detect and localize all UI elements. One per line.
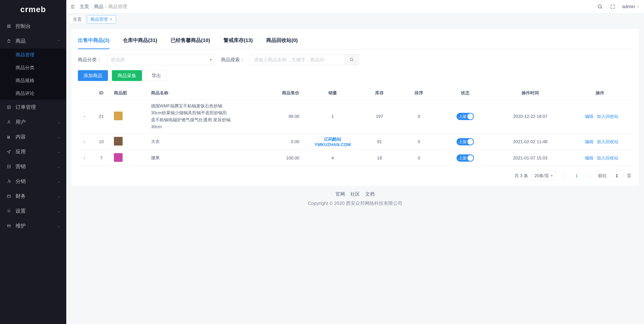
cell-sales: 4 — [306, 150, 358, 166]
svg-point-5 — [8, 121, 10, 122]
nav-item-财务[interactable]: 财务⌄ — [0, 189, 66, 204]
tag-主页[interactable]: 主页 — [70, 15, 85, 23]
brand-logo[interactable]: crmeb — [0, 0, 66, 19]
watermark: 亿码酷站 YMKUZHAN.COM — [314, 137, 351, 147]
status-switch[interactable]: 上架 — [456, 155, 474, 162]
footer-link[interactable]: 社区 — [350, 191, 360, 197]
search-button[interactable] — [345, 54, 358, 65]
status-switch[interactable]: 上架 — [456, 138, 474, 145]
cell-sort: 0 — [400, 100, 438, 134]
cell-sales: 亿码酷站 YMKUZHAN.COM — [306, 133, 358, 150]
product-card: 出售中商品(3)仓库中商品(31)已经售馨商品(10)警戒库存(13)商品回收站… — [71, 29, 639, 186]
nav-item-营销[interactable]: 营销⌄ — [0, 159, 66, 174]
product-thumb[interactable] — [114, 137, 122, 146]
cell-id: 21 — [91, 100, 112, 134]
stat-icon — [6, 164, 11, 169]
content-tab[interactable]: 出售中商品(3) — [78, 35, 110, 49]
content-tab[interactable]: 商品回收站(0) — [266, 35, 298, 49]
export-button[interactable]: 导出 — [146, 70, 166, 81]
page-number-current[interactable]: 1 — [572, 171, 581, 180]
nav-item-订单管理[interactable]: 订单管理 — [0, 100, 66, 115]
content-tab[interactable]: 已经售馨商品(10) — [170, 35, 210, 49]
user-icon — [6, 120, 11, 124]
user-name: admin — [622, 4, 635, 9]
nav-sub-商品规格[interactable]: 商品规格 — [0, 74, 66, 87]
col-image: 商品图 — [112, 86, 149, 100]
nav-item-设置[interactable]: 设置⌄ — [0, 204, 66, 218]
col-actions: 操作 — [568, 86, 632, 100]
search-icon — [349, 57, 354, 62]
product-thumb[interactable] — [114, 112, 122, 120]
svg-rect-7 — [9, 136, 10, 138]
goto-label: 前往 — [598, 173, 607, 179]
filter-category-label: 商品分类： — [78, 57, 102, 63]
expand-row-button[interactable]: › — [78, 133, 91, 150]
collapse-sidebar-button[interactable] — [68, 2, 77, 11]
crumb-home[interactable]: 主页 — [80, 3, 89, 10]
nav-item-用户[interactable]: 用户⌄ — [0, 115, 66, 130]
wallet-icon — [6, 194, 11, 198]
page-next-button[interactable]: › — [585, 171, 594, 180]
nav-item-控制台[interactable]: 控制台 — [0, 19, 66, 34]
product-thumb[interactable] — [114, 153, 122, 162]
nav-sub-商品评论[interactable]: 商品评论 — [0, 87, 66, 100]
sidebar: crmeb 控制台商品⌄商品管理商品分类商品规格商品评论订单管理用户⌄内容⌄应用… — [0, 0, 66, 324]
category-select[interactable]: 请选择 ▾ — [107, 54, 215, 65]
expand-row-button[interactable]: › — [78, 150, 91, 166]
fullscreen-icon[interactable] — [610, 3, 616, 10]
svg-rect-6 — [8, 137, 8, 138]
goto-input[interactable] — [610, 171, 623, 181]
nav-label: 商品 — [16, 38, 26, 44]
tool-icon — [6, 223, 11, 228]
content-tabs: 出售中商品(3)仓库中商品(31)已经售馨商品(10)警戒库存(13)商品回收站… — [78, 35, 632, 49]
page-prev-button[interactable]: ‹ — [559, 171, 568, 180]
crumb-product[interactable]: 商品 — [94, 3, 104, 10]
recycle-link[interactable]: 加入回收站 — [597, 114, 618, 119]
nav-item-应用[interactable]: 应用⌄ — [0, 144, 66, 159]
goto-suffix: 页 — [627, 173, 631, 179]
edit-link[interactable]: 编辑 — [585, 139, 594, 144]
content-tab[interactable]: 警戒库存(13) — [224, 35, 253, 49]
recycle-link[interactable]: 加入回收站 — [597, 156, 618, 160]
nav-item-维护[interactable]: 维护⌄ — [0, 218, 66, 233]
cell-sales: 1 — [306, 100, 358, 134]
expand-row-button[interactable]: › — [78, 100, 91, 134]
cell-stock: 18 — [358, 150, 400, 166]
footer-link[interactable]: 文档 — [365, 191, 375, 197]
col-sales: 销量 — [306, 86, 358, 100]
user-menu[interactable]: admin — [622, 4, 640, 9]
bag-icon — [6, 39, 11, 43]
svg-point-14 — [350, 58, 353, 61]
add-product-button[interactable]: 添加商品 — [78, 70, 108, 81]
nav-label: 控制台 — [16, 23, 31, 30]
content-tab[interactable]: 仓库中商品(31) — [123, 35, 157, 49]
page-size-select[interactable]: 20条/页 ▾ — [532, 171, 555, 181]
edit-link[interactable]: 编辑 — [585, 114, 594, 119]
footer-link[interactable]: 官网 — [336, 191, 345, 197]
edit-link[interactable]: 编辑 — [585, 156, 594, 160]
collect-product-button[interactable]: 商品采集 — [112, 70, 142, 81]
cell-stock: 197 — [358, 100, 400, 134]
nav-sub-商品管理[interactable]: 商品管理 — [0, 48, 66, 61]
nav-item-分销[interactable]: 分销⌄ — [0, 174, 66, 189]
nav-item-内容[interactable]: 内容⌄ — [0, 130, 66, 144]
chevron-down-icon: ⌄ — [57, 209, 60, 213]
search-input[interactable] — [250, 54, 345, 65]
nav-label: 内容 — [16, 134, 26, 140]
status-switch[interactable]: 上架 — [456, 113, 474, 120]
cell-stock: 91 — [358, 133, 400, 150]
search-icon[interactable] — [597, 3, 603, 10]
svg-rect-0 — [8, 25, 8, 26]
recycle-link[interactable]: 加入回收站 — [597, 139, 618, 144]
crumb-current: 商品管理 — [108, 3, 127, 10]
tag-label: 主页 — [73, 16, 82, 22]
chart-icon — [6, 135, 11, 139]
nav-item-商品[interactable]: 商品⌄ — [0, 34, 66, 48]
chevron-down-icon: ⌄ — [57, 39, 60, 43]
tags-bar: 主页商品管理✕ — [66, 13, 644, 25]
chevron-down-icon — [636, 5, 640, 8]
close-icon[interactable]: ✕ — [110, 17, 113, 21]
tag-商品管理[interactable]: 商品管理✕ — [87, 15, 116, 23]
nav-sub-商品分类[interactable]: 商品分类 — [0, 61, 66, 74]
nav-label: 维护 — [16, 222, 26, 229]
